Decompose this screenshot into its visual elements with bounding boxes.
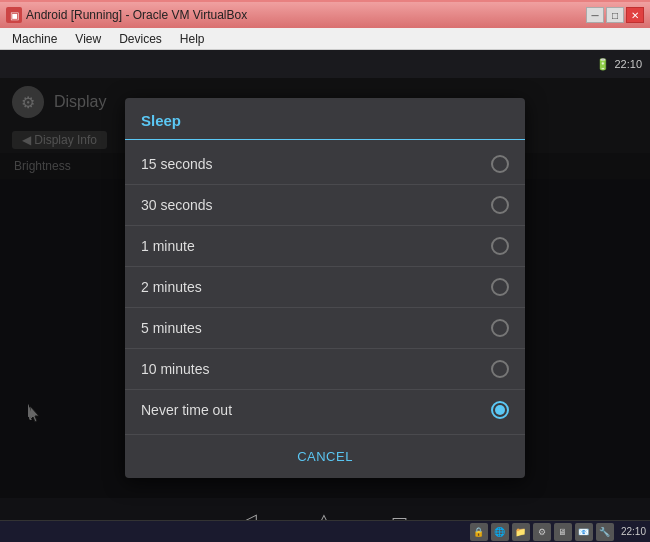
battery-icon: 🔋: [596, 58, 610, 71]
dialog-option-opt-5m[interactable]: 5 minutes: [125, 308, 525, 349]
title-bar-controls: ─ □ ✕: [586, 7, 644, 23]
option-label-opt-2m: 2 minutes: [141, 279, 202, 295]
menu-devices[interactable]: Devices: [111, 30, 170, 48]
status-time: 22:10: [614, 58, 642, 70]
menu-machine[interactable]: Machine: [4, 30, 65, 48]
option-label-opt-1m: 1 minute: [141, 238, 195, 254]
option-label-opt-never: Never time out: [141, 402, 232, 418]
minimize-button[interactable]: ─: [586, 7, 604, 23]
taskbar-icon-5[interactable]: 🖥: [554, 523, 572, 541]
vm-screen: 🔋 22:10 ⚙ Display ◀ Display Info Brightn…: [0, 50, 650, 542]
radio-opt-15s[interactable]: [491, 155, 509, 173]
dialog-option-opt-never[interactable]: Never time out: [125, 390, 525, 430]
taskbar-icon-7[interactable]: 🔧: [596, 523, 614, 541]
title-bar: ▣ Android [Running] - Oracle VM VirtualB…: [0, 0, 650, 28]
sleep-dialog: Sleep 15 seconds30 seconds1 minute2 minu…: [125, 98, 525, 478]
radio-opt-2m[interactable]: [491, 278, 509, 296]
title-bar-left: ▣ Android [Running] - Oracle VM VirtualB…: [6, 7, 247, 23]
taskbar-icons: 🔒 🌐 📁 ⚙ 🖥 📧 🔧 22:10: [470, 523, 646, 541]
dialog-footer: Cancel: [125, 434, 525, 478]
window-icon: ▣: [6, 7, 22, 23]
menu-bar: Machine View Devices Help: [0, 28, 650, 50]
dialog-option-opt-15s[interactable]: 15 seconds: [125, 144, 525, 185]
android-status-bar: 🔋 22:10: [0, 50, 650, 78]
taskbar-time: 22:10: [621, 526, 646, 537]
taskbar-icon-6[interactable]: 📧: [575, 523, 593, 541]
dialog-options: 15 seconds30 seconds1 minute2 minutes5 m…: [125, 140, 525, 434]
dialog-overlay: Sleep 15 seconds30 seconds1 minute2 minu…: [0, 78, 650, 498]
radio-opt-1m[interactable]: [491, 237, 509, 255]
android-content: ⚙ Display ◀ Display Info Brightness Slee…: [0, 78, 650, 498]
menu-view[interactable]: View: [67, 30, 109, 48]
option-label-opt-15s: 15 seconds: [141, 156, 213, 172]
radio-opt-10m[interactable]: [491, 360, 509, 378]
taskbar-icon-3[interactable]: 📁: [512, 523, 530, 541]
radio-opt-30s[interactable]: [491, 196, 509, 214]
dialog-option-opt-2m[interactable]: 2 minutes: [125, 267, 525, 308]
dialog-option-opt-30s[interactable]: 30 seconds: [125, 185, 525, 226]
window-title: Android [Running] - Oracle VM VirtualBox: [26, 8, 247, 22]
taskbar-icon-2[interactable]: 🌐: [491, 523, 509, 541]
radio-dot-opt-never: [495, 405, 505, 415]
restore-button[interactable]: □: [606, 7, 624, 23]
taskbar-icon-1[interactable]: 🔒: [470, 523, 488, 541]
cancel-button[interactable]: Cancel: [277, 443, 373, 470]
radio-opt-5m[interactable]: [491, 319, 509, 337]
close-button[interactable]: ✕: [626, 7, 644, 23]
dialog-title: Sleep: [125, 98, 525, 140]
option-label-opt-30s: 30 seconds: [141, 197, 213, 213]
option-label-opt-5m: 5 minutes: [141, 320, 202, 336]
host-taskbar: 🔒 🌐 📁 ⚙ 🖥 📧 🔧 22:10: [0, 520, 650, 542]
radio-opt-never[interactable]: [491, 401, 509, 419]
menu-help[interactable]: Help: [172, 30, 213, 48]
dialog-option-opt-10m[interactable]: 10 minutes: [125, 349, 525, 390]
status-icons: 🔋 22:10: [596, 58, 642, 71]
taskbar-icon-4[interactable]: ⚙: [533, 523, 551, 541]
dialog-option-opt-1m[interactable]: 1 minute: [125, 226, 525, 267]
option-label-opt-10m: 10 minutes: [141, 361, 209, 377]
